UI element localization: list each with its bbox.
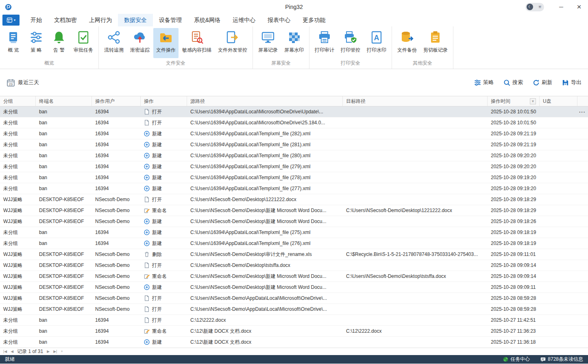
- overview-button[interactable]: 概 览: [2, 28, 24, 58]
- ribbon-group-label: 打印安全: [312, 58, 389, 69]
- pager-last-button[interactable]: ▶|: [53, 350, 57, 353]
- table-row[interactable]: 未分组ban16394打开C:\12\2222.docx2025-10-27 1…: [0, 315, 588, 326]
- time-cell: 2025-10-28 09:09:14: [488, 271, 540, 282]
- table-row[interactable]: 未分组ban16394新建C:\Users\16394\AppData\Loca…: [0, 150, 588, 161]
- user-cell: 16394: [92, 161, 141, 172]
- table-row[interactable]: WJJ策略DESKTOP-K85IEOFNSecsoft-Demo删除C:\Us…: [0, 249, 588, 260]
- row-actions-button[interactable]: ···: [579, 109, 586, 115]
- table-row[interactable]: 未分组ban16394新建C:\Users\16394\AppData\Loca…: [0, 172, 588, 183]
- op-label: 新建: [152, 152, 162, 159]
- flow-trace-button[interactable]: 流转追溯: [101, 28, 126, 58]
- print-control-icon: [344, 30, 357, 44]
- source-path-cell: C:\Users\NSecsoft-Demo\Desktop\新建 Micros…: [187, 205, 343, 216]
- light-mode-icon[interactable]: ☀: [538, 4, 542, 10]
- table-row[interactable]: 未分组ban16394重命名C:\12\新建 DOCX 文档.docxC:\12…: [0, 326, 588, 337]
- table-row[interactable]: 未分组ban16394新建C:\Users\16394\AppData\Loca…: [0, 227, 588, 238]
- target-path-cell: C:\Users\NSecsoft-Demo\Desktop\1221222.d…: [343, 205, 488, 216]
- table-row[interactable]: 未分组ban16394新建C:\Users\16394\AppData\Loca…: [0, 139, 588, 150]
- tab-data-security[interactable]: 数据安全: [118, 14, 153, 26]
- pager-first-button[interactable]: |◀: [3, 350, 7, 353]
- col-target-path[interactable]: 目标路径: [343, 96, 488, 106]
- table-row[interactable]: WJJ策略DESKTOP-K85IEOFNSecsoft-Demo打开C:\Us…: [0, 194, 588, 205]
- table-row[interactable]: WJJ策略DESKTOP-K85IEOFNSecsoft-Demo打开C:\Us…: [0, 260, 588, 271]
- tab-report-center[interactable]: 报表中心: [261, 14, 296, 26]
- table-row[interactable]: WJJ策略DESKTOP-K85IEOFNSecsoft-Demo新建C:\Us…: [0, 216, 588, 227]
- policy-filter-button[interactable]: 策略: [474, 79, 494, 86]
- file-outgoing-control-button[interactable]: 文件外发管控: [215, 28, 250, 58]
- table-row[interactable]: WJJ策略DESKTOP-K85IEOFNSecsoft-Demo打开C:\Us…: [0, 304, 588, 315]
- pager-prev-button[interactable]: ◀: [11, 350, 13, 353]
- print-audit-button[interactable]: 打印审计: [312, 28, 337, 58]
- tab-ops-center[interactable]: 运维中心: [226, 14, 261, 26]
- search-button[interactable]: 搜索: [503, 79, 523, 86]
- new-op-icon: [144, 230, 150, 235]
- tab-device-management[interactable]: 设备管理: [153, 14, 188, 26]
- table-row[interactable]: 未分组ban16394新建C:\Users\16394\AppData\Loca…: [0, 183, 588, 194]
- table-row[interactable]: 未分组ban16394新建C:\Users\16394\AppData\Loca…: [0, 128, 588, 139]
- screen-watermark-button[interactable]: 屏幕水印: [281, 28, 307, 58]
- table-row[interactable]: WJJ策略DESKTOP-K85IEOFNSecsoft-Demo新建C:\Us…: [0, 282, 588, 293]
- alert-button[interactable]: 告 警: [48, 28, 70, 58]
- table-row[interactable]: WJJ策略DESKTOP-K85IEOFNSecsoft-Demo打开C:\Us…: [0, 293, 588, 304]
- col-time[interactable]: 操作时间 ▼: [488, 96, 540, 106]
- row-actions-cell: [577, 216, 588, 227]
- table-row[interactable]: WJJ策略DESKTOP-K85IEOFNSecsoft-Demo重命名C:\U…: [0, 205, 588, 216]
- task-center-button[interactable]: 任务中心: [503, 356, 530, 363]
- tab-more-features[interactable]: 更多功能: [296, 14, 331, 26]
- policy-button[interactable]: 策 略: [25, 28, 47, 58]
- target-path-cell: [343, 238, 488, 249]
- clipboard-record-button[interactable]: 剪切板记录: [420, 28, 451, 58]
- tab-system-network[interactable]: 系统&网络: [188, 14, 226, 26]
- theme-toggle[interactable]: ☾ ☀: [525, 3, 544, 11]
- dark-mode-icon[interactable]: ☾: [527, 4, 533, 10]
- tab-start[interactable]: 开始: [24, 14, 48, 26]
- print-control-label: 打印管控: [341, 47, 360, 54]
- refresh-button[interactable]: 刷新: [533, 79, 552, 86]
- group-cell: 未分组: [0, 183, 36, 194]
- table-row[interactable]: 未分组ban16394新建C:\12\新建 DOCX 文档.docx2025-1…: [0, 337, 588, 348]
- col-usb[interactable]: U盘: [540, 96, 577, 106]
- approval-tasks-button[interactable]: 审批任务: [71, 28, 96, 58]
- pager-next-button[interactable]: ▶: [47, 350, 50, 353]
- overview-icon: [7, 30, 20, 44]
- time-cell: 2025-10-27 11:36:18: [488, 337, 540, 347]
- table-row[interactable]: 未分组ban16394新建C:\Users\16394\AppData\Loca…: [0, 238, 588, 249]
- group-cell: WJJ策略: [0, 282, 36, 292]
- app-menu-button[interactable]: ▾: [2, 15, 20, 26]
- usb-cell: [540, 183, 577, 194]
- table-row[interactable]: 未分组ban16394打开C:\Users\16394\AppData\Loca…: [0, 106, 588, 117]
- leak-trace-button[interactable]: 泄密追踪: [127, 28, 152, 58]
- row-actions-cell: [577, 150, 588, 161]
- unread-messages-button[interactable]: 8728条未读信息: [540, 356, 583, 363]
- op-cell: 打开: [141, 293, 187, 303]
- col-source-path[interactable]: 源路径: [187, 96, 343, 106]
- screen-record-button[interactable]: 屏幕记录: [255, 28, 281, 58]
- table-row[interactable]: WJJ策略DESKTOP-K85IEOFNSecsoft-Demo重命名C:\U…: [0, 271, 588, 282]
- date-filter-label: 最近三天: [18, 79, 39, 86]
- file-backup-button[interactable]: 文件备份: [394, 28, 420, 58]
- ribbon-group-print-security: 打印审计打印管控A打印水印打印安全: [309, 26, 392, 69]
- op-cell: 打开: [141, 106, 187, 117]
- file-operations-button[interactable]: 文件操作: [153, 28, 179, 58]
- col-user[interactable]: 操作用户: [92, 96, 141, 106]
- date-filter-button[interactable]: 23 最近三天: [7, 78, 39, 87]
- time-cell: 2025-10-28 09:18:29: [488, 194, 540, 205]
- delete-op-icon: [144, 251, 150, 257]
- tab-doc-encryption[interactable]: 文档加密: [48, 14, 83, 26]
- sensitive-content-scan-button[interactable]: 敏感内容扫描: [179, 28, 214, 58]
- col-operation[interactable]: 操作: [141, 96, 187, 106]
- col-terminal[interactable]: 终端名: [36, 96, 92, 106]
- time-filter-dropdown[interactable]: ▼: [530, 98, 536, 104]
- close-button[interactable]: ×: [570, 0, 588, 14]
- table-row[interactable]: 未分组ban16394新建C:\Users\16394\AppData\Loca…: [0, 161, 588, 172]
- print-control-button[interactable]: 打印管控: [338, 28, 363, 58]
- table-row[interactable]: 未分组ban16394打开C:\Users\16394\AppData\Loca…: [0, 117, 588, 128]
- minimize-button[interactable]: ─: [552, 0, 570, 14]
- tab-web-behavior[interactable]: 上网行为: [83, 14, 118, 26]
- export-button[interactable]: 导出: [562, 79, 581, 86]
- op-label: 打开: [152, 262, 162, 269]
- pager-append-button[interactable]: +: [61, 350, 63, 353]
- leak-trace-label: 泄密追踪: [130, 47, 150, 54]
- col-group[interactable]: 分组: [0, 96, 36, 106]
- print-watermark-button[interactable]: A打印水印: [364, 28, 389, 58]
